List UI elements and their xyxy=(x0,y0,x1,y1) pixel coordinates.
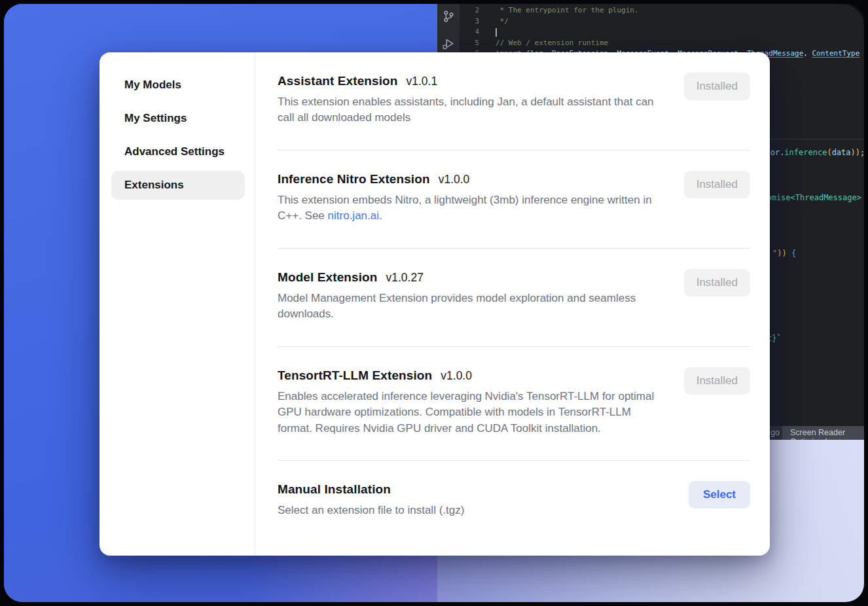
extension-version: v1.0.1 xyxy=(407,75,438,88)
extensions-list: Assistant Extensionv1.0.1This extension … xyxy=(255,52,770,556)
extension-row: Model Extensionv1.0.27Model Management E… xyxy=(278,249,750,347)
code-line: 2 * The entrypoint for the plugin. xyxy=(460,5,864,16)
code-line: 3 */ xyxy=(460,16,864,27)
sidebar-item-advanced-settings[interactable]: Advanced Settings xyxy=(111,137,245,166)
extension-version: v1.0.27 xyxy=(386,271,423,285)
settings-sidebar: My ModelsMy SettingsAdvanced SettingsExt… xyxy=(99,52,255,556)
code-token: ` xyxy=(776,334,781,343)
extension-row: Manual InstallationSelect an extension f… xyxy=(278,461,750,542)
code-token: ( xyxy=(827,148,831,157)
source-control-icon[interactable] xyxy=(441,9,456,24)
line-number: 3 xyxy=(460,16,488,27)
extension-description: Model Management Extension provides mode… xyxy=(278,291,660,323)
extension-name: Model Extension xyxy=(278,270,377,285)
code-token: { xyxy=(787,249,796,258)
status-screen-reader-item[interactable]: Screen Reader Optimized xyxy=(782,426,864,440)
code-lines: 2 * The entrypoint for the plugin.3 */45… xyxy=(460,5,864,60)
installed-button[interactable]: Installed xyxy=(684,171,750,198)
sidebar-item-extensions[interactable]: Extensions xyxy=(111,171,245,200)
select-button[interactable]: Select xyxy=(689,481,750,508)
installed-button[interactable]: Installed xyxy=(684,269,750,296)
extension-name: TensortRT-LLM Extension xyxy=(278,368,432,383)
extension-description: Select an extension file to install (.tg… xyxy=(278,503,660,518)
status-bar-left-text: go xyxy=(770,428,780,437)
extension-description: This extension embeds Nitro, a lightweig… xyxy=(278,192,660,224)
line-number: 2 xyxy=(460,5,488,16)
screenshot-window: 2 * The entrypoint for the plugin.3 */45… xyxy=(4,4,864,602)
code-token: ContentType xyxy=(812,49,860,58)
nitro-jan-ai-link[interactable]: nitro.jan.ai. xyxy=(328,209,382,222)
extension-description: This extension enables assistants, inclu… xyxy=(278,94,660,126)
extension-name: Manual Installation xyxy=(278,482,391,497)
installed-button[interactable]: Installed xyxy=(684,73,750,100)
extension-name: Assistant Extension xyxy=(278,74,398,88)
extension-version: v1.0.0 xyxy=(439,173,470,187)
text-caret xyxy=(496,28,497,37)
code-token: )) xyxy=(777,249,786,258)
extension-description: Enables accelerated inference leveraging… xyxy=(278,389,660,437)
code-token: */ xyxy=(496,17,509,26)
code-line: 4 xyxy=(460,27,864,38)
code-line: 5// Web / extension runtime xyxy=(460,38,864,49)
code-token: inference xyxy=(784,148,827,157)
line-number: 4 xyxy=(460,27,488,38)
code-token: )) xyxy=(851,148,860,157)
code-fragment-promise: Promise<ThreadMessage> xyxy=(757,193,861,203)
extension-version: v1.0.0 xyxy=(441,369,472,383)
sidebar-item-my-settings[interactable]: My Settings xyxy=(111,104,245,133)
code-fragment-inference: rator.inference(data)); xyxy=(756,148,864,158)
code-token: ; xyxy=(860,148,864,157)
extension-row: Inference Nitro Extensionv1.0.0This exte… xyxy=(278,151,750,249)
code-token: // Web / extension runtime xyxy=(496,39,608,47)
code-fragment-brace: ")) { xyxy=(772,249,796,258)
line-number: 5 xyxy=(460,38,488,49)
code-token: data xyxy=(832,148,851,157)
extension-row: TensortRT-LLM Extensionv1.0.0Enables acc… xyxy=(278,347,750,461)
extension-name: Inference Nitro Extension xyxy=(278,172,430,187)
code-token: , xyxy=(803,49,812,58)
installed-button[interactable]: Installed xyxy=(684,367,750,395)
sidebar-item-my-models[interactable]: My Models xyxy=(111,71,245,99)
settings-modal: My ModelsMy SettingsAdvanced SettingsExt… xyxy=(99,52,770,556)
extension-row: Assistant Extensionv1.0.1This extension … xyxy=(278,52,750,151)
editor-split-divider xyxy=(765,139,864,139)
run-debug-icon[interactable] xyxy=(441,37,456,51)
code-token: Promise<ThreadMessage> xyxy=(757,193,861,202)
code-token: * The entrypoint for the plugin. xyxy=(496,6,639,14)
